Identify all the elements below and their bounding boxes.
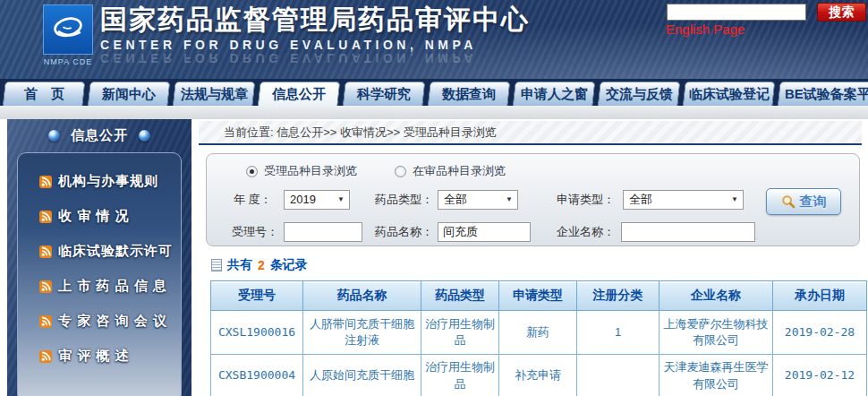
sidebar-item[interactable]: 机构与办事规则 bbox=[18, 164, 181, 199]
table-cell: CXSL1900016 bbox=[211, 311, 303, 355]
drug-name-input[interactable] bbox=[438, 222, 531, 242]
count-number: 2 bbox=[258, 258, 265, 272]
nav-bottom-strip bbox=[0, 106, 868, 119]
breadcrumb: 当前位置: 信息公开>> 收审情况>> 受理品种目录浏览 bbox=[199, 121, 862, 145]
query-button-label: 查询 bbox=[800, 194, 827, 211]
header-search-area: 搜索 English Page bbox=[0, 0, 868, 79]
nav-tab-label: 首 页 bbox=[23, 86, 64, 103]
table-cell: 新药 bbox=[499, 311, 577, 355]
sidebar-title: 信息公开 bbox=[7, 119, 191, 152]
query-button[interactable]: 查询 bbox=[766, 188, 841, 215]
record-count-row: 共有 2 条记录 bbox=[211, 257, 862, 273]
sidebar-item[interactable]: 收 审 情 况 bbox=[18, 199, 181, 234]
radio-in-review-catalog[interactable]: 在审品种目录浏览 bbox=[395, 163, 506, 179]
magnifier-icon bbox=[781, 194, 796, 209]
table-cell: 人原始间充质干细胞 bbox=[303, 355, 421, 396]
list-icon bbox=[211, 259, 222, 271]
sidebar-item[interactable]: 上 市 药 品 信 息 bbox=[18, 269, 181, 304]
column-header: 申请类型 bbox=[499, 281, 577, 311]
nav-tab-label: 信息公开 bbox=[272, 86, 326, 103]
nav-tab-label: 新闻中心 bbox=[102, 86, 156, 103]
radio-unchecked-icon[interactable] bbox=[395, 166, 406, 177]
filter-panel: 受理品种目录浏览 在审品种目录浏览 年 度： 2019 ▼ 药品类型： bbox=[206, 153, 860, 246]
sidebar-item[interactable]: 审 评 概 述 bbox=[18, 339, 181, 374]
nav-tab[interactable]: BE试验备案平台 bbox=[778, 82, 868, 106]
main-nav: 首 页 新闻中心 法规与规章 信息公开 科学研究 数据查询 申请人之窗 交流与反… bbox=[0, 79, 868, 106]
chevron-down-icon: ▼ bbox=[506, 191, 513, 209]
nav-tab[interactable]: 新闻中心 bbox=[88, 82, 171, 106]
sidebar-item-label: 上 市 药 品 信 息 bbox=[58, 278, 167, 295]
table-cell: 治疗用生物制品 bbox=[421, 355, 499, 396]
site-search-input[interactable] bbox=[667, 4, 806, 21]
main-content: 当前位置: 信息公开>> 收审情况>> 受理品种目录浏览 受理品种目录浏览 在审… bbox=[199, 121, 862, 396]
sidebar-item[interactable]: 临床试验默示许可 bbox=[18, 234, 181, 269]
nav-tab-label: BE试验备案平台 bbox=[785, 86, 868, 103]
nav-tab[interactable]: 数据查询 bbox=[428, 82, 511, 106]
sidebar-item-label: 审 评 概 述 bbox=[58, 348, 130, 365]
nav-tab[interactable]: 交流与反馈 bbox=[598, 82, 681, 106]
count-prefix: 共有 bbox=[227, 257, 252, 273]
rss-icon bbox=[39, 350, 52, 363]
drug-type-label: 药品类型： bbox=[375, 190, 433, 210]
table-header-row: 受理号药品名称药品类型申请类型注册分类企业名称承办日期 bbox=[211, 281, 867, 311]
nav-tab[interactable]: 首 页 bbox=[3, 82, 86, 106]
rss-icon bbox=[39, 211, 52, 223]
sidebar-title-label: 信息公开 bbox=[71, 127, 128, 144]
nav-tab-label: 科学研究 bbox=[357, 86, 411, 103]
nav-tab[interactable]: 法规与规章 bbox=[173, 82, 256, 106]
radio-checked-icon[interactable] bbox=[246, 166, 258, 177]
apply-type-label: 申请类型： bbox=[557, 190, 615, 210]
year-select-value: 2019 bbox=[290, 193, 316, 206]
rss-icon bbox=[39, 280, 52, 293]
chevron-down-icon: ▼ bbox=[337, 191, 345, 209]
sidebar-item-label: 专 家 咨 询 会 议 bbox=[58, 313, 167, 330]
table-cell bbox=[577, 355, 660, 396]
nav-tab-label: 交流与反馈 bbox=[605, 86, 672, 103]
drug-type-select-value: 全部 bbox=[444, 193, 467, 206]
column-header: 受理号 bbox=[211, 281, 303, 311]
acceptance-no-input[interactable] bbox=[284, 222, 362, 242]
table-cell: CXSB1900004 bbox=[211, 355, 303, 396]
rss-icon bbox=[39, 176, 52, 188]
table-row: CXSL1900016人脐带间充质干细胞注射液治疗用生物制品新药1上海爱萨尔生物… bbox=[211, 311, 867, 355]
nav-tab-label: 申请人之窗 bbox=[520, 86, 587, 103]
year-select[interactable]: 2019 ▼ bbox=[284, 190, 350, 210]
site-search-button[interactable]: 搜索 bbox=[817, 3, 866, 22]
nav-tab[interactable]: 信息公开 bbox=[258, 82, 341, 106]
table-cell: 2019-02-28 bbox=[773, 311, 867, 355]
radio-accepted-label: 受理品种目录浏览 bbox=[264, 163, 357, 179]
drug-name-label: 药品名称： bbox=[375, 222, 433, 242]
sphere-icon bbox=[48, 130, 60, 142]
nav-tab[interactable]: 临床试验登记 bbox=[683, 82, 776, 106]
company-label: 企业名称： bbox=[557, 222, 615, 242]
content-body: 信息公开 机构与办事规则 收 审 情 况 bbox=[0, 119, 868, 396]
table-cell: 上海爱萨尔生物科技有限公司 bbox=[660, 311, 773, 355]
sidebar: 信息公开 机构与办事规则 收 审 情 况 bbox=[7, 119, 191, 396]
table-cell: 1 bbox=[577, 311, 660, 355]
drug-type-select[interactable]: 全部 ▼ bbox=[438, 190, 518, 210]
english-page-link[interactable]: English Page bbox=[666, 22, 745, 37]
sidebar-item-label: 临床试验默示许可 bbox=[58, 243, 173, 260]
sidebar-item-label: 收 审 情 况 bbox=[58, 208, 130, 225]
table-cell: 天津麦迪森再生医学有限公司 bbox=[660, 355, 773, 396]
company-input[interactable] bbox=[621, 222, 755, 242]
column-header: 药品名称 bbox=[303, 281, 421, 311]
apply-type-select[interactable]: 全部 ▼ bbox=[623, 190, 744, 210]
sidebar-item[interactable]: 专 家 咨 询 会 议 bbox=[18, 304, 181, 339]
acceptance-no-label: 受理号： bbox=[232, 222, 278, 242]
year-label: 年 度： bbox=[234, 190, 272, 210]
column-header: 药品类型 bbox=[421, 281, 499, 311]
nav-tab[interactable]: 申请人之窗 bbox=[513, 82, 596, 106]
column-header: 企业名称 bbox=[660, 281, 773, 311]
column-header: 注册分类 bbox=[577, 281, 660, 311]
apply-type-select-value: 全部 bbox=[629, 193, 652, 206]
chevron-down-icon: ▼ bbox=[731, 191, 738, 209]
sidebar-menu: 机构与办事规则 收 审 情 况 临床试验默示许可 bbox=[17, 152, 182, 396]
column-header: 承办日期 bbox=[773, 281, 867, 311]
radio-accepted-catalog[interactable]: 受理品种目录浏览 bbox=[246, 163, 357, 179]
sphere-icon bbox=[139, 130, 150, 142]
nav-tab[interactable]: 科学研究 bbox=[343, 82, 426, 106]
rss-icon bbox=[39, 245, 52, 258]
page: NMPA CDE 国家药品监督管理局药品审评中心 CENTER FOR DRUG… bbox=[0, 0, 868, 396]
nav-tab-label: 数据查询 bbox=[442, 86, 496, 103]
